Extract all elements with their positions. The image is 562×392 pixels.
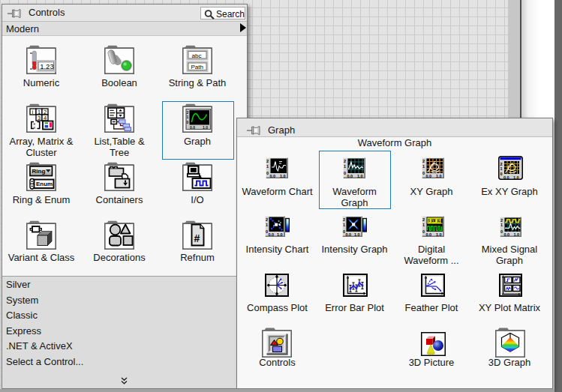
svg-text:0: 0 bbox=[500, 229, 503, 234]
svg-text:1: 1 bbox=[266, 223, 268, 227]
svg-text:1: 1 bbox=[422, 223, 425, 227]
svg-text:1: 1 bbox=[422, 164, 425, 169]
svg-text:2: 2 bbox=[266, 159, 269, 163]
svg-text:2: 2 bbox=[500, 162, 503, 166]
svg-text:0.0: 0.0 bbox=[503, 175, 509, 180]
svg-text:1.0: 1.0 bbox=[280, 174, 286, 178]
svg-text:0.0: 0.0 bbox=[426, 174, 432, 178]
svg-text:0.0: 0.0 bbox=[269, 232, 275, 237]
svg-text:abc: abc bbox=[192, 52, 202, 59]
svg-text:12: 12 bbox=[432, 219, 437, 223]
svg-text:0: 0 bbox=[266, 171, 269, 175]
svg-text:1.0: 1.0 bbox=[513, 175, 519, 180]
svg-text:2: 2 bbox=[343, 217, 345, 222]
svg-text:0.0: 0.0 bbox=[504, 232, 510, 237]
svg-text:1: 1 bbox=[343, 223, 345, 227]
svg-text:1: 1 bbox=[500, 166, 503, 171]
svg-text:0: 0 bbox=[422, 229, 425, 234]
svg-text:1: 1 bbox=[500, 223, 503, 227]
svg-text:Enum: Enum bbox=[36, 181, 53, 187]
svg-text:0.0: 0.0 bbox=[346, 232, 352, 237]
svg-text:Ring: Ring bbox=[32, 168, 46, 175]
svg-text:1.0: 1.0 bbox=[354, 232, 360, 237]
svg-text:1.23: 1.23 bbox=[40, 62, 53, 70]
svg-text:1.0: 1.0 bbox=[436, 174, 442, 178]
svg-text:0.0: 0.0 bbox=[270, 174, 276, 178]
svg-text:0: 0 bbox=[428, 219, 431, 223]
svg-text:2: 2 bbox=[422, 217, 425, 222]
svg-text:1: 1 bbox=[266, 164, 269, 169]
svg-text:4: 4 bbox=[44, 115, 47, 121]
svg-text:x: x bbox=[33, 125, 35, 130]
svg-text:0: 0 bbox=[422, 171, 425, 175]
svg-text:0: 0 bbox=[500, 172, 503, 176]
svg-text:1.0: 1.0 bbox=[436, 232, 442, 237]
svg-text:7: 7 bbox=[438, 219, 440, 223]
svg-text:3: 3 bbox=[38, 115, 41, 121]
svg-text:2: 2 bbox=[500, 218, 503, 223]
svg-text:2: 2 bbox=[422, 159, 425, 163]
svg-text:Path: Path bbox=[191, 64, 203, 70]
svg-text:2: 2 bbox=[266, 217, 268, 222]
svg-text:#: # bbox=[194, 232, 200, 244]
svg-text:1.0: 1.0 bbox=[277, 232, 283, 237]
svg-text:0.0: 0.0 bbox=[426, 232, 432, 237]
svg-text:1.0: 1.0 bbox=[514, 232, 520, 237]
